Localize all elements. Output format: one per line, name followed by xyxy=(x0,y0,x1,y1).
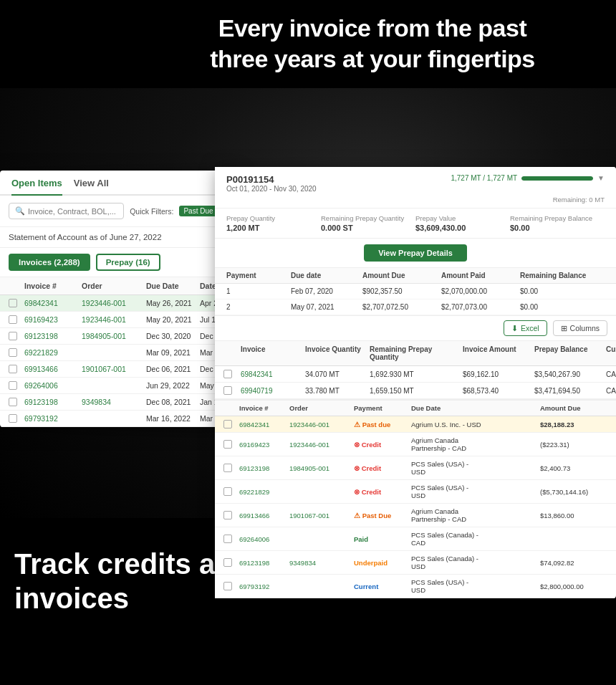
ith-currency: Curr xyxy=(606,345,616,361)
ph-amount-paid: Amount Paid xyxy=(441,272,520,279)
ith-invoice-amount: Invoice Amount xyxy=(463,345,534,361)
order-num: 9349834 xyxy=(289,559,354,567)
row-checkbox-cell[interactable] xyxy=(223,487,239,496)
tab-open-items[interactable]: Open Items xyxy=(11,171,62,196)
due-date: Jun 29, 2022 xyxy=(146,381,200,390)
order-num: 1923446-001 xyxy=(289,421,354,428)
table-row[interactable]: 69264006 Jun 29, 2022 May 30, 2022 xyxy=(0,378,236,394)
invoice-button[interactable]: Invoices (2,288) xyxy=(9,254,90,271)
row-checkbox[interactable] xyxy=(9,299,24,307)
invoice-number: 69221829 xyxy=(24,348,82,357)
invoice-num: 69123198 xyxy=(239,464,289,472)
main-row[interactable]: 69264006 Paid PCS Sales (Canada) - CAD $… xyxy=(215,527,616,551)
status-badge: ⚠ Past due xyxy=(354,421,390,428)
main-row[interactable]: 69123198 9349834 Underpaid PCS Sales (Ca… xyxy=(215,551,616,575)
quick-filter-label: Quick Filters: xyxy=(130,207,173,216)
stat-prepay-qty: Prepay Quantity 1,200 MT xyxy=(226,214,321,232)
invoice-num: 69221829 xyxy=(239,488,289,496)
row-checkbox[interactable] xyxy=(9,315,24,324)
main-invoice-header: Invoice # Order Payment Due Date Amount … xyxy=(215,399,616,416)
payment-num: 2 xyxy=(226,303,291,311)
row-checkbox[interactable] xyxy=(9,348,24,357)
main-row[interactable]: 69793192 Current PCS Sales (USA) - USD $… xyxy=(215,575,616,598)
tab-view-all[interactable]: View All xyxy=(74,171,109,196)
invoice-num: 69842341 xyxy=(241,370,305,378)
invoice-row[interactable]: 69940719 33.780 MT 1,659.150 MT $68,573.… xyxy=(215,383,616,399)
row-checkbox-cell[interactable] xyxy=(223,511,239,519)
due-date: PCS Sales (Canada) - USD xyxy=(411,555,483,570)
search-input-wrap[interactable]: 🔍 xyxy=(9,203,124,219)
invoice-table-header: Invoice Invoice Quantity Remaining Prepa… xyxy=(215,341,616,366)
payment-amount-due: $2,707,072.50 xyxy=(362,303,441,311)
main-row[interactable]: 69913466 1901067-001 ⚠ Past Due Agrium C… xyxy=(215,504,616,527)
invoice-qty: 34.070 MT xyxy=(305,370,370,378)
main-row[interactable]: 69842341 1923446-001 ⚠ Past due Agrium U… xyxy=(215,416,616,433)
table-row[interactable]: 69913466 1901067-001 Dec 06, 2021 Dec 06… xyxy=(0,361,236,378)
prepay-button[interactable]: Prepay (16) xyxy=(96,254,160,271)
order-number: 1984905-001 xyxy=(82,332,146,340)
payment-section: Payment Due date Amount Due Amount Paid … xyxy=(215,268,616,316)
table-row[interactable]: 69169423 1923446-001 May 20, 2021 Jul 10… xyxy=(0,312,236,328)
stat-value: 1,200 MT xyxy=(226,224,321,232)
row-checkbox[interactable] xyxy=(9,332,24,340)
payment-status: ⚠ Past Due xyxy=(354,512,411,519)
row-checkbox-cell[interactable] xyxy=(223,558,239,567)
stat-prepay-value: Prepay Value $3,609,430.00 xyxy=(415,214,510,232)
table-row[interactable]: 69793192 Mar 16, 2022 Mar 02, 2022 xyxy=(0,411,236,427)
payment-status: ⊗ Credit xyxy=(354,441,411,449)
row-checkbox-cell[interactable] xyxy=(223,440,239,449)
order-number: 1923446-001 xyxy=(82,315,146,324)
hero-line1: Every invoice from the past xyxy=(218,14,527,42)
due-date: PCS Sales (USA) - USD xyxy=(411,460,483,476)
main-row[interactable]: 69221829 ⊗ Credit PCS Sales (USA) - USD … xyxy=(215,480,616,504)
table-row[interactable]: 69842341 1923446-001 May 26, 2021 Apr 26… xyxy=(0,295,236,312)
amount-due: $28,188.23 xyxy=(540,421,616,428)
search-icon: 🔍 xyxy=(15,206,25,216)
statement-date: Statement of Account as of June 27, 2022 xyxy=(0,227,236,248)
chevron-down-icon[interactable]: ▼ xyxy=(597,174,605,182)
prepay-id: P00191154 xyxy=(226,174,317,185)
ith-check xyxy=(223,345,241,361)
main-row[interactable]: 69123198 1984905-001 ⊗ Credit PCS Sales … xyxy=(215,456,616,480)
search-input[interactable] xyxy=(28,207,117,216)
payment-status: Underpaid xyxy=(354,559,411,567)
col-header-due-date: Due Date xyxy=(146,282,200,290)
table-row[interactable]: 69123198 1984905-001 Dec 30, 2020 Dec 15… xyxy=(0,328,236,345)
row-checkbox-cell[interactable] xyxy=(223,535,239,543)
order-num: 1984905-001 xyxy=(289,464,354,472)
excel-button[interactable]: ⬇ Excel xyxy=(504,320,547,336)
row-checkbox-cell[interactable] xyxy=(223,370,241,378)
invoice-number: 69123198 xyxy=(24,332,82,340)
row-checkbox[interactable] xyxy=(9,365,24,373)
prepay-header: P00191154 Oct 01, 2020 - Nov 30, 2020 1,… xyxy=(215,167,616,209)
stat-remaining-balance: Remaining Prepay Balance $0.00 xyxy=(510,214,605,232)
invoice-qty: 33.780 MT xyxy=(305,387,370,395)
invoice-num: 69913466 xyxy=(239,512,289,519)
amount-due: $2,800,000.00 xyxy=(540,583,616,590)
row-checkbox[interactable] xyxy=(9,398,24,406)
ith-remaining-prepay: Remaining Prepay Quantity xyxy=(370,345,463,361)
hero-line2: three years at your fingertips xyxy=(210,45,535,72)
col-header-invoice: Invoice # xyxy=(24,282,82,290)
columns-button[interactable]: ⊞ Columns xyxy=(553,320,607,336)
invoice-amount: $69,162.10 xyxy=(463,370,534,378)
due-date: May 20, 2021 xyxy=(146,315,200,324)
view-prepay-details-button[interactable]: View Prepay Details xyxy=(364,244,467,262)
row-checkbox-cell[interactable] xyxy=(223,386,241,395)
view-prepay-btn-wrap: View Prepay Details xyxy=(215,239,616,268)
invoice-row[interactable]: 69842341 34.070 MT 1,692.930 MT $69,162.… xyxy=(215,366,616,383)
payment-due-date: Feb 07, 2020 xyxy=(291,287,362,295)
row-checkbox-cell[interactable] xyxy=(223,582,239,590)
table-row[interactable]: 69123198 9349834 Dec 08, 2021 Jan 11, 20… xyxy=(0,394,236,411)
main-row[interactable]: 69169423 1923446-001 ⊗ Credit Agrium Can… xyxy=(215,433,616,456)
row-checkbox[interactable] xyxy=(9,414,24,423)
table-row[interactable]: 69221829 Mar 09, 2021 Mar 09, 2021 xyxy=(0,345,236,361)
row-checkbox[interactable] xyxy=(9,381,24,390)
ph-amount-due: Amount Due xyxy=(362,272,441,279)
row-checkbox-cell[interactable] xyxy=(223,464,239,472)
row-checkbox-cell[interactable] xyxy=(223,420,239,428)
invoice-amount: $68,573.40 xyxy=(463,387,534,395)
stat-remaining-qty: Remaining Prepay Quantity 0.000 ST xyxy=(321,214,415,232)
col-header-checkbox xyxy=(9,282,24,290)
payment-remaining: $0.00 xyxy=(520,303,599,311)
